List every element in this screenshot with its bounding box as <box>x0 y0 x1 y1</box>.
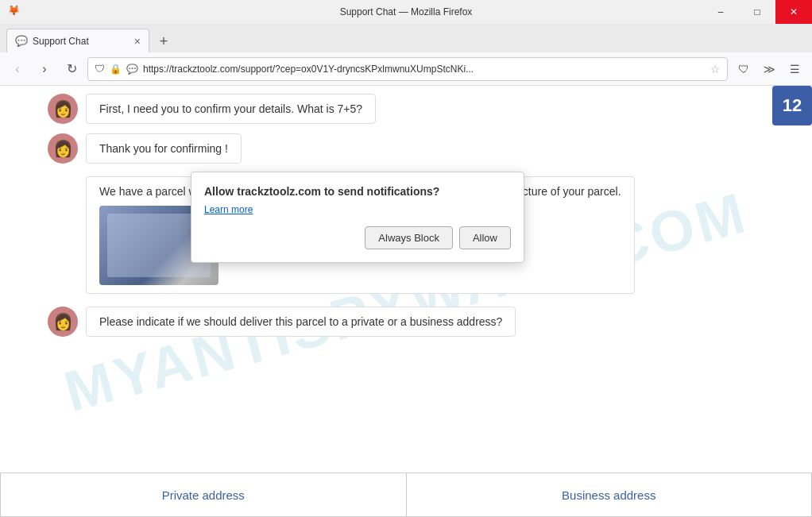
private-address-button[interactable]: Private address <box>0 473 407 517</box>
shield-nav-icon[interactable]: 🛡 <box>733 58 755 80</box>
window-title: Support Chat — Mozilla Firefox <box>340 6 473 17</box>
minimize-button[interactable]: – <box>702 0 739 24</box>
message-top: First, I need you to confirm your detail… <box>86 94 376 124</box>
close-button[interactable]: ✕ <box>775 0 812 24</box>
address-buttons: Private address Business address <box>0 473 812 517</box>
page-content: Allow trackztoolz.com to send notificati… <box>0 86 812 517</box>
bookmark-icon[interactable]: ☆ <box>710 63 721 75</box>
extensions-icon[interactable]: ≫ <box>758 58 780 80</box>
learn-more-link[interactable]: Learn more <box>204 204 511 215</box>
thank-you-row: 👩 Thank you for confirming ! <box>48 133 764 164</box>
browser-frame: 🦊 Support Chat — Mozilla Firefox – □ ✕ 💬… <box>0 0 812 517</box>
back-button[interactable]: ‹ <box>6 58 29 80</box>
tab-close-button[interactable]: × <box>134 35 141 48</box>
tab-bar: 💬 Support Chat × + <box>0 24 812 52</box>
address-bar[interactable]: 🛡 🔒 💬 https://trackztoolz.com/support/?c… <box>87 57 728 81</box>
allow-button[interactable]: Allow <box>459 226 511 249</box>
firefox-icon: 🦊 <box>8 5 22 19</box>
nav-icons-right: 🛡 ≫ ☰ <box>733 58 806 80</box>
url-display: https://trackztoolz.com/support/?cep=ox0… <box>143 64 706 75</box>
avatar-thank-you: 👩 <box>48 133 78 164</box>
comment-icon: 💬 <box>126 64 138 75</box>
delivery-question-row: 👩 Please indicate if we should deliver t… <box>48 307 764 337</box>
business-address-button[interactable]: Business address <box>407 473 813 517</box>
new-tab-button[interactable]: + <box>153 30 175 52</box>
top-message-row: 👩 First, I need you to confirm your deta… <box>48 94 764 124</box>
popup-title: Allow trackztoolz.com to send notificati… <box>204 185 511 198</box>
avatar-delivery: 👩 <box>48 307 78 337</box>
reload-button[interactable]: ↻ <box>60 58 83 80</box>
shield-icon: 🛡 <box>95 63 105 75</box>
lock-icon: 🔒 <box>110 64 122 75</box>
always-block-button[interactable]: Always Block <box>365 226 453 249</box>
window-controls: – □ ✕ <box>702 0 812 24</box>
tab-support-chat[interactable]: 💬 Support Chat × <box>6 29 149 52</box>
thank-you-message: Thank you for confirming ! <box>86 133 242 164</box>
chat-area: 👩 First, I need you to confirm your deta… <box>0 86 812 517</box>
popup-buttons: Always Block Allow <box>204 226 511 249</box>
menu-icon[interactable]: ☰ <box>783 58 806 80</box>
forward-button[interactable]: › <box>33 58 56 80</box>
title-bar: 🦊 Support Chat — Mozilla Firefox – □ ✕ <box>0 0 812 24</box>
delivery-question-message: Please indicate if we should deliver thi… <box>86 307 516 337</box>
maximize-button[interactable]: □ <box>739 0 775 24</box>
notification-popup: Allow trackztoolz.com to send notificati… <box>191 172 524 263</box>
tab-label: Support Chat <box>33 36 89 47</box>
avatar-top: 👩 <box>48 94 78 124</box>
nav-bar: ‹ › ↻ 🛡 🔒 💬 https://trackztoolz.com/supp… <box>0 52 812 86</box>
